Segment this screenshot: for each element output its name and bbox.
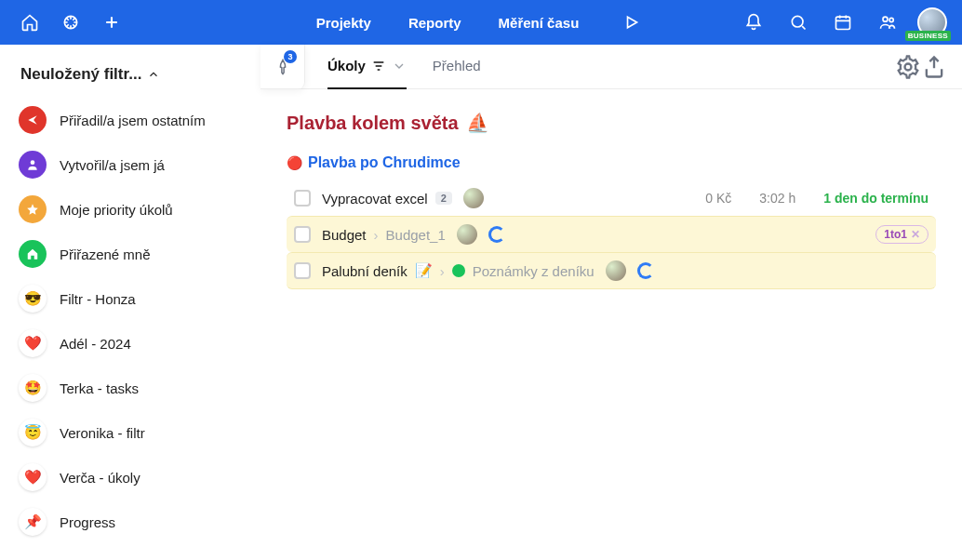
task-row[interactable]: Budget›Budget_11to1✕ bbox=[287, 216, 936, 252]
task-name: Vypracovat excel2 bbox=[322, 191, 452, 207]
export-icon[interactable] bbox=[921, 54, 947, 80]
chevron-up-icon bbox=[147, 68, 160, 81]
svg-point-4 bbox=[883, 17, 888, 21]
nav-projects[interactable]: Projekty bbox=[316, 15, 371, 31]
sidebar-item-label: Progress bbox=[60, 514, 115, 530]
topbar: Projekty Reporty Měření času BUSINESS bbox=[0, 0, 962, 45]
svg-rect-3 bbox=[836, 17, 850, 29]
task-money: 0 Kč bbox=[705, 191, 731, 206]
search-icon[interactable] bbox=[783, 7, 813, 37]
star-icon bbox=[19, 195, 47, 223]
content: Plavba kolem světa ⛵ 🔴 Plavba po Chrudim… bbox=[261, 89, 962, 560]
chevron-down-icon bbox=[392, 59, 407, 73]
sidebar-item[interactable]: 📌Progress bbox=[11, 502, 249, 541]
calendar-icon[interactable] bbox=[828, 7, 858, 37]
task-emoji-icon: 📝 bbox=[415, 262, 433, 279]
filter-lines-icon bbox=[371, 59, 386, 73]
bell-icon[interactable] bbox=[739, 7, 768, 37]
pinned-count: 3 bbox=[284, 50, 297, 63]
loading-spinner-icon bbox=[637, 262, 654, 279]
remove-tag-icon[interactable]: ✕ bbox=[911, 228, 920, 241]
task-checkbox[interactable] bbox=[294, 190, 311, 207]
task-name: Budget›Budget_1 bbox=[322, 227, 446, 243]
chevron-right-icon: › bbox=[374, 227, 379, 243]
task-checkbox[interactable] bbox=[294, 262, 311, 279]
task-due: 1 den do termínu bbox=[823, 191, 929, 206]
task-row[interactable]: Palubní deník📝›Poznámky z deníku bbox=[287, 252, 936, 289]
svg-point-7 bbox=[905, 63, 912, 70]
avatar[interactable]: BUSINESS bbox=[917, 7, 947, 37]
sidebar-item-label: Moje priority úkolů bbox=[60, 202, 173, 218]
task-row[interactable]: Vypracovat excel20 Kč3:02 h1 den do term… bbox=[287, 180, 936, 216]
person-icon bbox=[19, 151, 47, 179]
sidebar-item-label: Vytvořil/a jsem já bbox=[60, 157, 165, 173]
sidebar-item[interactable]: Vytvořil/a jsem já bbox=[11, 145, 249, 184]
tab-overview-label: Přehled bbox=[433, 58, 481, 73]
nav-reports[interactable]: Reporty bbox=[408, 15, 461, 31]
sidebar-item[interactable]: ❤️Verča - úkoly bbox=[11, 458, 249, 497]
people-icon[interactable] bbox=[873, 7, 902, 37]
sidebar-item[interactable]: Přiřadil/a jsem ostatním bbox=[11, 100, 249, 140]
assignee-avatar[interactable] bbox=[457, 224, 477, 245]
emoji-icon: 📌 bbox=[19, 508, 47, 536]
tabsbar: 3 Úkoly Přehled bbox=[261, 45, 962, 89]
emoji-icon: ❤️ bbox=[19, 463, 47, 491]
task-crumb: Budget_1 bbox=[386, 227, 446, 243]
assignee-avatar[interactable] bbox=[606, 260, 626, 281]
plan-badge: BUSINESS bbox=[905, 31, 951, 41]
sidebar-item[interactable]: Moje priority úkolů bbox=[11, 190, 249, 229]
svg-point-2 bbox=[792, 16, 803, 27]
sidebar-item-label: Adél - 2024 bbox=[60, 336, 131, 352]
svg-point-6 bbox=[31, 160, 35, 165]
loading-spinner-icon bbox=[488, 226, 505, 243]
tab-tasks[interactable]: Úkoly bbox=[327, 45, 407, 89]
emoji-icon: 🤩 bbox=[19, 374, 47, 402]
task-checkbox[interactable] bbox=[294, 226, 311, 243]
emoji-icon: ❤️ bbox=[19, 329, 47, 357]
status-dot-icon: 🔴 bbox=[287, 155, 302, 170]
sailboat-icon: ⛵ bbox=[466, 112, 489, 134]
add-icon[interactable] bbox=[97, 7, 127, 37]
filter-title[interactable]: Neuložený filtr... bbox=[11, 60, 249, 100]
tab-tasks-label: Úkoly bbox=[327, 58, 366, 73]
chevron-right-icon: › bbox=[440, 263, 445, 279]
sidebar-item-label: Terka - tasks bbox=[60, 380, 139, 396]
project-title[interactable]: Plavba kolem světa ⛵ bbox=[287, 112, 936, 134]
sidebar-item[interactable]: ❤️Adél - 2024 bbox=[11, 324, 249, 363]
sidebar-item-label: Přiřazené mně bbox=[60, 247, 151, 262]
sidebar-item-label: Veronika - filtr bbox=[60, 425, 145, 441]
emoji-icon: 😎 bbox=[19, 285, 47, 313]
phase-name: Plavba po Chrudimce bbox=[308, 154, 461, 171]
main: 3 Úkoly Přehled Plavba bbox=[261, 45, 962, 560]
tab-overview[interactable]: Přehled bbox=[433, 45, 481, 89]
subtask-count: 2 bbox=[435, 192, 452, 205]
home-icon bbox=[19, 240, 47, 268]
sidebar-item[interactable]: 😎Filtr - Honza bbox=[11, 279, 249, 318]
task-tag-pill[interactable]: 1to1✕ bbox=[875, 225, 929, 244]
sidebar-item[interactable]: Přiřazené mně bbox=[11, 234, 249, 273]
task-name: Palubní deník📝›Poznámky z deníku bbox=[322, 262, 595, 279]
sidebar-item-label: Filtr - Honza bbox=[60, 291, 136, 307]
emoji-icon: 😇 bbox=[19, 419, 47, 447]
sidebar-item[interactable]: 😇Veronika - filtr bbox=[11, 413, 249, 452]
task-crumb: Poznámky z deníku bbox=[473, 263, 595, 279]
share-icon bbox=[19, 106, 47, 134]
sidebar-item[interactable]: 🤩Terka - tasks bbox=[11, 368, 249, 407]
task-time: 3:02 h bbox=[759, 191, 795, 206]
gear-icon[interactable] bbox=[895, 54, 921, 80]
svg-point-5 bbox=[889, 18, 893, 21]
pinned-button[interactable]: 3 bbox=[261, 45, 305, 89]
project-title-text: Plavba kolem světa bbox=[287, 113, 459, 134]
home-icon[interactable] bbox=[15, 7, 45, 37]
status-dot-icon bbox=[452, 264, 465, 277]
phase-title[interactable]: 🔴 Plavba po Chrudimce bbox=[287, 154, 936, 171]
sidebar-item-label: Přiřadil/a jsem ostatním bbox=[60, 113, 206, 128]
sidebar-item-label: Verča - úkoly bbox=[60, 470, 140, 486]
assignee-avatar[interactable] bbox=[463, 188, 484, 208]
play-icon[interactable] bbox=[616, 7, 646, 37]
nav-timetracking[interactable]: Měření času bbox=[499, 15, 580, 31]
nav-center: Projekty Reporty Měření času bbox=[316, 7, 647, 37]
settings-wheel-icon[interactable] bbox=[56, 7, 86, 37]
sidebar: Neuložený filtr... Přiřadil/a jsem ostat… bbox=[0, 45, 261, 560]
filter-title-text: Neuložený filtr... bbox=[20, 65, 141, 84]
